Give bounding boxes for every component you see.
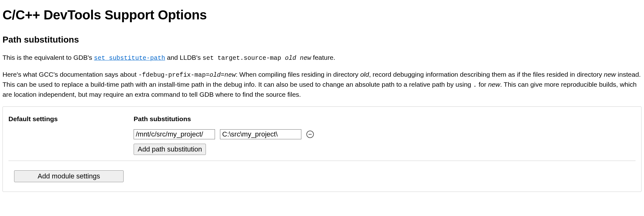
remove-icon[interactable] [306,131,314,138]
add-module-settings-button[interactable]: Add module settings [14,170,124,182]
set-substitute-path-link[interactable]: set substitute-path [94,54,165,62]
intro-text: This is the equivalent to GDB's [3,54,94,61]
path-substitutions-label: Path substitutions [134,114,636,124]
lldb-code: set target.source-map old new [202,54,311,62]
substitution-from-input[interactable] [134,129,215,139]
section-heading-path-substitutions: Path substitutions [3,33,641,46]
intro-text: feature. [311,54,335,61]
substitution-row [134,129,636,139]
new-em: new [488,81,500,88]
doc-text: for [477,81,488,88]
substitution-to-input[interactable] [220,129,301,139]
intro-paragraph: This is the equivalent to GDB's set subs… [3,53,641,63]
doc-text: , record debugging information describin… [369,71,604,78]
intro-text: and LLDB's [165,54,203,61]
gcc-doc-paragraph: Here's what GCC's documentation says abo… [3,70,641,99]
default-settings-label: Default settings [8,114,134,155]
fdebug-code: -fdebug-prefix-map=old=new [138,71,236,79]
page-title: C/C++ DevTools Support Options [3,6,641,25]
old-em: old [360,71,369,78]
doc-text: : When compiling files residing in direc… [236,71,360,78]
dot-code: . [473,81,477,89]
settings-panel: Default settings Path substitutions Add … [3,106,641,192]
new-em: new [604,71,616,78]
doc-text: Here's what GCC's documentation says abo… [3,71,138,78]
add-path-substitution-button[interactable]: Add path substitution [134,144,206,155]
